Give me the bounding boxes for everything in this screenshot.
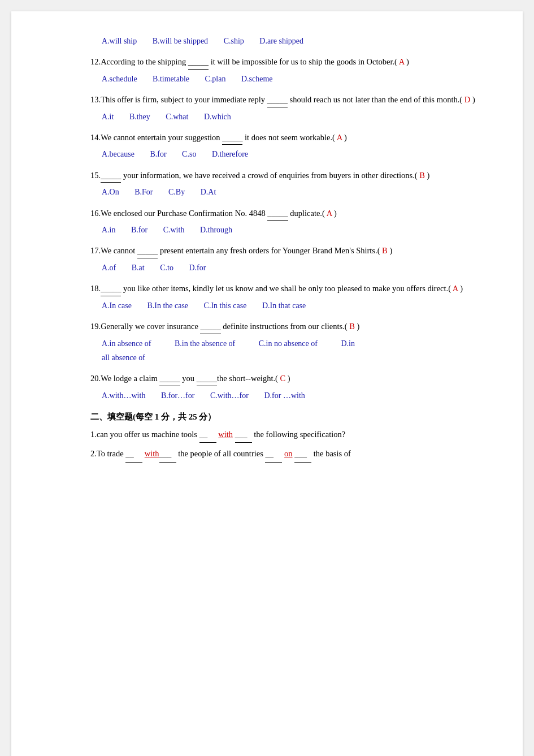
- option-d: D.which: [204, 113, 231, 121]
- q11-options: A.will ship B.will be shipped C.ship D.a…: [102, 34, 489, 48]
- option-a: A.On: [102, 188, 119, 196]
- fill-q2-answer2: on: [284, 449, 293, 458]
- q13-text: 13.This offer is firm, subject to your i…: [90, 93, 489, 107]
- q16-options: A.in B.for C.with D.through: [102, 223, 489, 237]
- option-b: B.timetable: [153, 75, 189, 83]
- option-d: D.for: [189, 263, 206, 272]
- q16-text: 16.We enclosed our Purchase Confirmation…: [90, 206, 489, 221]
- option-a: A.it: [102, 113, 114, 121]
- option-b: B.for…for: [161, 391, 195, 400]
- q20-options: A.with…with B.for…for C.with…for D.for ……: [102, 388, 489, 403]
- q18-options: A.In case B.In the case C.In this case D…: [102, 299, 489, 313]
- option-d: D.At: [201, 188, 216, 196]
- option-c: C.with: [163, 226, 185, 234]
- q15-options: A.On B.For C.By D.At: [102, 185, 489, 199]
- q16-block: 16.We enclosed our Purchase Confirmation…: [90, 206, 489, 237]
- option-a: A.with…with: [102, 391, 145, 400]
- option-b: B.for: [150, 150, 166, 158]
- q15-answer: B: [418, 171, 427, 180]
- option-c: C.in no absence of: [259, 339, 318, 348]
- q16-answer: A: [325, 209, 334, 218]
- q14-answer: A: [335, 133, 344, 142]
- q19-answer: B: [348, 322, 357, 331]
- q19-text: 19.Generally we cover insurance _____ de…: [90, 319, 489, 334]
- q17-text: 17.We cannot _____ present entertain any…: [90, 244, 489, 258]
- option-a: A.will ship: [102, 37, 137, 45]
- option-a: A.schedule: [102, 75, 137, 83]
- option-d: D.for …with: [264, 391, 305, 400]
- q13-options: A.it B.they C.what D.which: [102, 110, 489, 124]
- option-c: C.By: [168, 188, 185, 196]
- option-b: B.for: [131, 226, 147, 234]
- fill-q2: 2.To trade __ with___ the people of all …: [90, 446, 489, 463]
- option-b: B.For: [134, 188, 153, 196]
- option-a: A.in: [102, 226, 116, 234]
- option-b: B.they: [129, 113, 150, 121]
- option-a: A.In case: [102, 301, 132, 310]
- option-b: B.in the absence of: [175, 339, 235, 348]
- option-b: B.will be shipped: [153, 37, 208, 45]
- q17-answer: B: [380, 246, 389, 255]
- option-d-cont: all absence of: [102, 351, 145, 365]
- q20-block: 20.We lodge a claim _____ you _____the s…: [90, 371, 489, 403]
- q14-text: 14.We cannot entertain your suggestion _…: [90, 131, 489, 145]
- q18-text: 18._____ you like other items, kindly le…: [90, 282, 489, 296]
- option-a: A.because: [102, 150, 134, 158]
- option-d: D.In that case: [262, 301, 306, 310]
- fill-q1-answer1: with: [218, 430, 233, 439]
- q18-block: 18._____ you like other items, kindly le…: [90, 282, 489, 313]
- q12-text: 12.According to the shipping _____ it wi…: [90, 55, 489, 70]
- q13-block: 13.This offer is firm, subject to your i…: [90, 93, 489, 124]
- option-d: D.scheme: [241, 75, 273, 83]
- page-content: A.will ship B.will be shipped C.ship D.a…: [11, 11, 523, 756]
- fill-q1: 1.can you offer us machine tools __ with…: [90, 427, 489, 443]
- fill-q2-answer1: with: [145, 449, 159, 458]
- option-a: A.of: [102, 263, 116, 272]
- section2-block: 二、填空题(每空 1 分，共 25 分） 1.can you offer us …: [90, 412, 489, 463]
- option-d: D.are shipped: [259, 37, 303, 45]
- option-b: B.In the case: [147, 301, 188, 310]
- option-c: C.what: [166, 113, 188, 121]
- q15-block: 15._____ your information, we have recei…: [90, 169, 489, 200]
- q14-block: 14.We cannot entertain your suggestion _…: [90, 131, 489, 162]
- option-b: B.at: [132, 263, 145, 272]
- q13-answer: D: [462, 95, 472, 104]
- option-d: D.in: [341, 339, 355, 348]
- q18-answer: A: [451, 284, 460, 293]
- q15-text: 15._____ your information, we have recei…: [90, 169, 489, 183]
- option-c: C.so: [182, 150, 196, 158]
- option-c: C.to: [160, 263, 173, 272]
- option-a: A.in absence of: [102, 339, 151, 348]
- option-c: C.with…for: [210, 391, 249, 400]
- q20-answer: C: [278, 374, 288, 383]
- option-c: C.ship: [224, 37, 244, 45]
- option-d: D.therefore: [212, 150, 248, 158]
- option-c: C.plan: [205, 75, 226, 83]
- q12-answer: A: [397, 57, 406, 66]
- q12-block: 12.According to the shipping _____ it wi…: [90, 55, 489, 86]
- q19-block: 19.Generally we cover insurance _____ de…: [90, 319, 489, 365]
- q17-block: 17.We cannot _____ present entertain any…: [90, 244, 489, 275]
- q11-options-block: A.will ship B.will be shipped C.ship D.a…: [90, 34, 489, 48]
- option-c: C.In this case: [204, 301, 247, 310]
- q17-options: A.of B.at C.to D.for: [102, 261, 489, 275]
- q12-options: A.schedule B.timetable C.plan D.scheme: [102, 72, 489, 86]
- q19-options: A.in absence of B.in the absence of C.in…: [102, 336, 489, 365]
- section2-title: 二、填空题(每空 1 分，共 25 分）: [90, 412, 489, 422]
- q14-options: A.because B.for C.so D.therefore: [102, 147, 489, 161]
- option-d: D.through: [200, 226, 232, 234]
- q20-text: 20.We lodge a claim _____ you _____the s…: [90, 371, 489, 386]
